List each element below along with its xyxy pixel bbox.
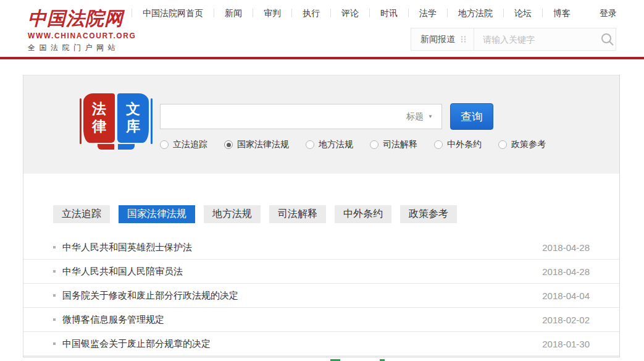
nav-item[interactable]: 中国法院网首页 <box>132 9 214 17</box>
book-text-left: 法律 <box>92 101 106 135</box>
radio-icon <box>306 140 314 149</box>
site-logo-subtitle: 全国法院门户网站 <box>28 43 127 53</box>
site-header: 中国法院网 WWW.CHINACOURT.ORG 全国法院门户网站 中国法院网首… <box>0 0 644 57</box>
search-category-dropdown[interactable]: 新闻报道 <box>411 28 474 50</box>
site-logo-url: WWW.CHINACOURT.ORG <box>28 32 127 40</box>
book-edge-blue <box>151 98 153 144</box>
nav-item[interactable]: 评论 <box>330 9 369 17</box>
law-category-radio[interactable]: 国家法律法规 <box>224 139 289 150</box>
book-edge-red <box>80 98 82 144</box>
book-page-red: 法律 <box>83 93 115 143</box>
law-list-row[interactable]: 中华人民共和国人民陪审员法 2018-04-28 <box>23 260 619 284</box>
law-date: 2018-04-28 <box>542 242 590 253</box>
law-query-input[interactable] <box>161 104 398 129</box>
law-list: 中华人民共和国英雄烈士保护法 2018-04-28 中华人民共和国人民陪审员法 … <box>23 236 619 356</box>
law-category-tab[interactable]: 司法解释 <box>269 205 326 223</box>
nav-item[interactable]: 审判 <box>253 9 291 17</box>
law-title-link[interactable]: 微博客信息服务管理规定 <box>62 314 542 326</box>
field-selector-label: 标题 <box>406 111 424 122</box>
law-list-row[interactable]: 国务院关于修改和废止部分行政法规的决定 2018-04-04 <box>23 284 619 308</box>
nav-item[interactable]: 执行 <box>291 9 330 17</box>
law-title-link[interactable]: 中华人民共和国人民陪审员法 <box>62 266 542 278</box>
nav-item[interactable]: 地方法院 <box>447 9 503 17</box>
nav-item[interactable]: 时讯 <box>369 9 408 17</box>
law-category-radio[interactable]: 中外条约 <box>434 139 482 150</box>
law-category-radio[interactable]: 司法解释 <box>370 139 417 150</box>
top-nav: 中国法院网首页 新闻 审判 执行 评论 时讯 法学 地方法院 论坛 博客 <box>132 7 581 19</box>
bullet-icon <box>53 342 56 345</box>
bullet-icon <box>53 246 56 248</box>
law-category-radio[interactable]: 立法追踪 <box>160 139 207 150</box>
site-logo-title: 中国法院网 <box>28 6 127 30</box>
law-category-tab[interactable]: 立法追踪 <box>53 205 110 223</box>
bullet-icon <box>53 318 56 321</box>
law-category-tab[interactable]: 地方法规 <box>204 205 261 223</box>
law-list-row[interactable]: 中国银监会关于废止部分规章的决定 2018-01-30 <box>23 332 619 356</box>
field-selector-dropdown[interactable]: 标题 ▼ <box>398 111 441 122</box>
radio-label: 国家法律法规 <box>237 139 289 150</box>
radio-label: 中外条约 <box>447 139 482 150</box>
law-title-link[interactable]: 中国银监会关于废止部分规章的决定 <box>62 338 542 350</box>
radio-icon <box>160 140 169 149</box>
law-search-panel: 法律 文库 标题 ▼ 查询 立法 <box>23 75 619 174</box>
book-tail-red <box>98 144 114 150</box>
law-query-box: 标题 ▼ <box>160 104 442 129</box>
bullet-icon <box>53 294 56 297</box>
header-search-button[interactable] <box>600 28 616 50</box>
law-list-row[interactable]: 微博客信息服务管理规定 2018-02-02 <box>23 308 619 332</box>
radio-label: 政策参考 <box>511 139 546 150</box>
book-tail-blue <box>118 144 135 150</box>
radio-label: 立法追踪 <box>173 139 207 150</box>
law-category-tabs: 立法追踪 国家法律法规 地方法规 司法解释 中外条约 政策参考 <box>53 205 457 223</box>
law-category-tab[interactable]: 中外条约 <box>335 205 391 223</box>
law-date: 2018-04-28 <box>542 266 590 277</box>
book-text-right: 文库 <box>126 101 140 135</box>
radio-icon <box>224 140 233 149</box>
radio-icon <box>370 140 378 149</box>
nav-item[interactable]: 新闻 <box>214 9 253 17</box>
red-divider <box>0 57 644 59</box>
law-list-row[interactable]: 中华人民共和国英雄烈士保护法 2018-04-28 <box>23 236 619 260</box>
book-page-blue: 文库 <box>117 93 149 143</box>
keyword-search-input[interactable] <box>474 35 600 45</box>
site-logo[interactable]: 中国法院网 WWW.CHINACOURT.ORG 全国法院门户网站 <box>28 6 127 53</box>
query-button[interactable]: 查询 <box>450 103 493 130</box>
law-category-tab[interactable]: 政策参考 <box>400 205 457 223</box>
law-category-radio[interactable]: 政策参考 <box>498 139 546 150</box>
law-date: 2018-04-04 <box>542 291 590 301</box>
nav-item[interactable]: 论坛 <box>503 9 542 17</box>
category-grid-icon <box>461 35 466 43</box>
login-link[interactable]: 登录 <box>600 8 617 19</box>
law-category-radios: 立法追踪 国家法律法规 地方法规 司法解释 <box>160 139 546 150</box>
radio-label: 司法解释 <box>383 139 417 150</box>
law-category-radio[interactable]: 地方法规 <box>306 139 353 150</box>
nav-item[interactable]: 博客 <box>542 9 581 17</box>
page: 中国法院网 WWW.CHINACOURT.ORG 全国法院门户网站 中国法院网首… <box>0 0 644 361</box>
law-date: 2018-01-30 <box>542 339 590 349</box>
nav-item[interactable]: 法学 <box>408 9 447 17</box>
law-category-tab[interactable]: 国家法律法规 <box>119 205 195 223</box>
bullet-icon <box>53 270 56 273</box>
search-category-label: 新闻报道 <box>420 34 455 45</box>
search-icon <box>600 32 615 47</box>
header-search-bar: 新闻报道 <box>411 28 616 51</box>
law-title-link[interactable]: 中华人民共和国英雄烈士保护法 <box>62 242 542 253</box>
law-title-link[interactable]: 国务院关于修改和废止部分行政法规的决定 <box>62 290 542 302</box>
law-library-logo: 法律 文库 <box>80 93 153 152</box>
radio-label: 地方法规 <box>319 139 353 150</box>
main-container: 法律 文库 标题 ▼ 查询 立法 <box>23 75 620 357</box>
law-date: 2018-02-02 <box>542 315 590 325</box>
chevron-down-icon: ▼ <box>428 114 433 119</box>
radio-icon <box>434 140 443 149</box>
radio-icon <box>498 140 507 149</box>
